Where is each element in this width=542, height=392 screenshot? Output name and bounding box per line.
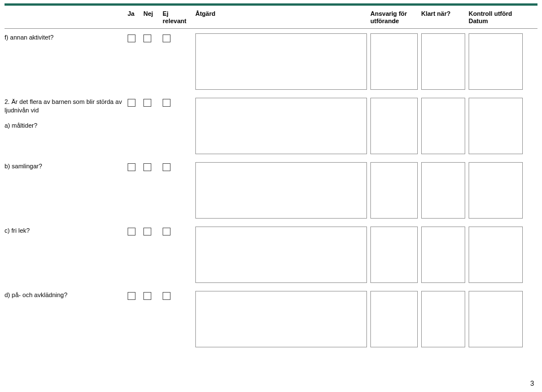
field-klart[interactable] bbox=[421, 227, 465, 283]
checkbox-nej[interactable] bbox=[143, 99, 151, 107]
question-cell: c) fri lek? bbox=[5, 227, 128, 286]
table-row: 2. Är det flera av barnen som blir störd… bbox=[5, 93, 537, 158]
question-text: f) annan aktivitet? bbox=[5, 33, 128, 42]
header-question-spacer bbox=[5, 10, 128, 25]
field-ansvarig[interactable] bbox=[370, 227, 418, 283]
field-atgard[interactable] bbox=[195, 98, 367, 154]
header-ansvarig-line2: utförande bbox=[370, 18, 419, 25]
checkbox-ja[interactable] bbox=[128, 163, 136, 171]
field-ansvarig[interactable] bbox=[370, 291, 418, 347]
header-ej-line2: relevant bbox=[163, 18, 193, 25]
subquestion-text: a) måltider? bbox=[5, 121, 128, 130]
checkbox-ej-relevant[interactable] bbox=[163, 163, 171, 171]
checkbox-ej-relevant[interactable] bbox=[163, 228, 171, 236]
table-row: b) samlingar? bbox=[5, 158, 537, 222]
field-kontroll[interactable] bbox=[469, 227, 523, 283]
header-kontroll-line1: Kontroll utförd bbox=[469, 10, 524, 18]
field-klart[interactable] bbox=[421, 33, 465, 90]
field-kontroll[interactable] bbox=[469, 33, 523, 90]
header-row: Ja Nej Ej relevant Åtgärd Ansvarig för u… bbox=[5, 6, 537, 29]
checkbox-ja[interactable] bbox=[128, 292, 136, 300]
field-ansvarig[interactable] bbox=[370, 33, 418, 90]
checkbox-nej[interactable] bbox=[143, 163, 151, 171]
field-kontroll[interactable] bbox=[469, 291, 523, 347]
field-atgard[interactable] bbox=[195, 162, 367, 219]
table-row: c) fri lek? bbox=[5, 222, 537, 286]
question-text: c) fri lek? bbox=[5, 227, 128, 235]
field-klart[interactable] bbox=[421, 291, 465, 347]
question-text: d) på- och avklädning? bbox=[5, 291, 128, 299]
checkbox-nej[interactable] bbox=[143, 34, 151, 42]
field-atgard[interactable] bbox=[195, 291, 367, 347]
checkbox-ej-relevant[interactable] bbox=[163, 292, 171, 300]
field-kontroll[interactable] bbox=[469, 98, 523, 154]
checkbox-nej[interactable] bbox=[143, 292, 151, 300]
header-nej: Nej bbox=[143, 10, 163, 25]
header-kontroll: Kontroll utförd Datum bbox=[469, 10, 526, 25]
header-ja: Ja bbox=[128, 10, 143, 25]
checkbox-ja[interactable] bbox=[128, 34, 136, 42]
header-ansvarig-line1: Ansvarig för bbox=[370, 10, 419, 18]
page-number: 3 bbox=[530, 380, 534, 387]
table-row: d) på- och avklädning? bbox=[5, 286, 537, 351]
header-kontroll-line2: Datum bbox=[469, 18, 524, 25]
header-atgard: Åtgärd bbox=[195, 10, 370, 25]
field-ansvarig[interactable] bbox=[370, 162, 418, 219]
checkbox-nej[interactable] bbox=[143, 228, 151, 236]
field-ansvarig[interactable] bbox=[370, 98, 418, 154]
question-cell: d) på- och avklädning? bbox=[5, 291, 128, 351]
main-grid: Ja Nej Ej relevant Åtgärd Ansvarig för u… bbox=[0, 6, 542, 351]
checkbox-ja[interactable] bbox=[128, 228, 136, 236]
checkbox-ja[interactable] bbox=[128, 99, 136, 107]
field-atgard[interactable] bbox=[195, 33, 367, 90]
checkbox-ej-relevant[interactable] bbox=[163, 99, 171, 107]
field-klart[interactable] bbox=[421, 162, 465, 219]
header-ej-line1: Ej bbox=[163, 10, 193, 18]
question-text: b) samlingar? bbox=[5, 162, 128, 171]
question-text: 2. Är det flera av barnen som blir störd… bbox=[5, 98, 128, 115]
header-klart: Klart när? bbox=[421, 10, 469, 25]
table-row: f) annan aktivitet? bbox=[5, 29, 537, 93]
question-cell: f) annan aktivitet? bbox=[5, 33, 128, 93]
field-kontroll[interactable] bbox=[469, 162, 523, 219]
header-ansvarig: Ansvarig för utförande bbox=[370, 10, 421, 25]
header-ej-relevant: Ej relevant bbox=[163, 10, 195, 25]
field-atgard[interactable] bbox=[195, 227, 367, 283]
field-klart[interactable] bbox=[421, 98, 465, 154]
checkbox-ej-relevant[interactable] bbox=[163, 34, 171, 42]
question-cell: b) samlingar? bbox=[5, 162, 128, 222]
question-cell: 2. Är det flera av barnen som blir störd… bbox=[5, 98, 128, 158]
